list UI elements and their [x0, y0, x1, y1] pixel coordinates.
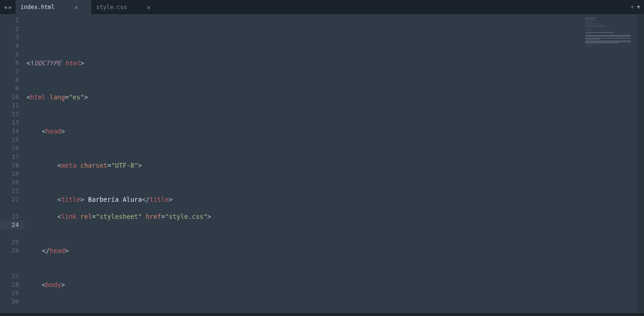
tab-menu-icon[interactable]: ▼	[637, 4, 640, 10]
close-icon[interactable]: ×	[75, 4, 79, 11]
tab-label: style.css	[96, 4, 127, 10]
nav-back-icon[interactable]: ◀	[4, 4, 7, 10]
close-icon[interactable]: ×	[147, 4, 150, 11]
vertical-scrollbar[interactable]	[637, 14, 644, 313]
tab-nav-arrows: ◀ ▶	[0, 0, 16, 14]
code-area[interactable]: <!DOCTYPE html> <html lang="es"> <head> …	[25, 14, 644, 313]
tab-style-css[interactable]: style.css ×	[91, 0, 167, 14]
status-bar	[0, 313, 644, 316]
tab-bar: ◀ ▶ index.html × style.css × + ▼	[0, 0, 644, 14]
tab-label: index.html	[20, 4, 54, 10]
tab-bar-actions: + ▼	[631, 0, 644, 14]
new-tab-icon[interactable]: +	[631, 4, 634, 10]
tab-index-html[interactable]: index.html ×	[16, 0, 91, 14]
line-gutter: 1234567891011121314151617181920212223242…	[0, 14, 25, 313]
editor-pane[interactable]: 1234567891011121314151617181920212223242…	[0, 14, 644, 313]
nav-fwd-icon[interactable]: ▶	[9, 4, 12, 10]
